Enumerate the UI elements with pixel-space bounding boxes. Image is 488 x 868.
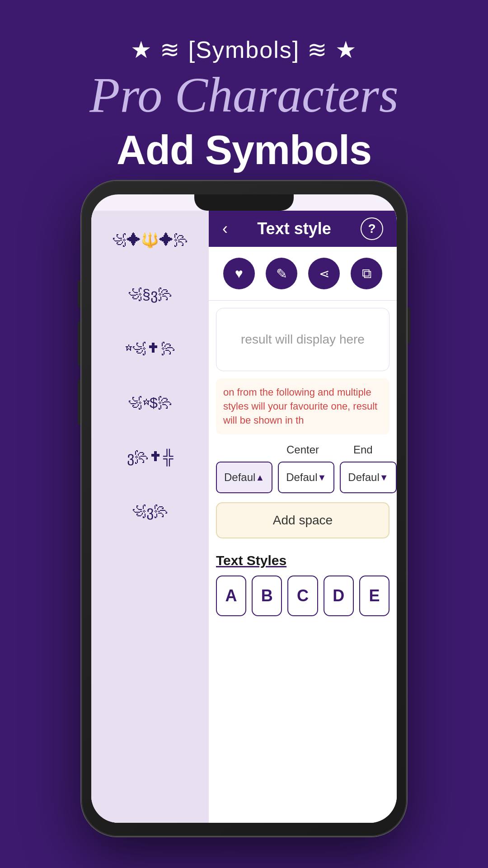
dropdown-start[interactable]: Defaul ▲ [216, 462, 272, 493]
add-space-button[interactable]: Add space [216, 502, 389, 538]
dropdown-labels: Start Center End [216, 443, 389, 456]
sidebar-item-1[interactable]: ꧁✦🔱✦꧂ [105, 220, 195, 260]
dropdown-center[interactable]: Defaul ▼ [278, 462, 334, 493]
display-area: result will display here [216, 308, 389, 371]
sidebar-item-6[interactable]: ꧁ვ꧂ [105, 491, 195, 532]
info-text: on from the following and multiple style… [216, 378, 389, 434]
label-end: End [337, 443, 389, 456]
style-letters-row: A B C D E [216, 576, 389, 616]
volume-up-button [78, 321, 81, 366]
style-letter-c[interactable]: C [287, 576, 318, 616]
copy-button[interactable]: ⧉ [351, 258, 382, 289]
style-letter-d[interactable]: D [324, 576, 354, 616]
share-icon: ⋖ [319, 266, 329, 281]
style-letter-b[interactable]: B [252, 576, 282, 616]
sidebar-item-3[interactable]: ☆꧁✝꧂ [105, 328, 195, 369]
dropdown-end-arrow: ▼ [380, 472, 389, 483]
copy-icon: ⧉ [362, 266, 371, 282]
volume-down-button [78, 380, 81, 425]
dropdown-end-value: Defaul [348, 471, 379, 484]
phone-screen: ꧁✦🔱✦꧂ ꧁§ვ꧂ ☆꧁✝꧂ ꧁☆$꧂ ვ꧂✝╬ ꧁ვ꧂ ‹ Text sty… [91, 194, 397, 823]
text-styles-title: Text Styles [216, 553, 389, 568]
top-bar: ‹ Text style ? [209, 211, 397, 247]
heart-icon: ♥ [235, 266, 243, 281]
header-section: ★ ≋ [Symbols] ≋ ★ Pro Characters Add Sym… [0, 0, 488, 192]
screen-content: ꧁✦🔱✦꧂ ꧁§ვ꧂ ☆꧁✝꧂ ꧁☆$꧂ ვ꧂✝╬ ꧁ვ꧂ ‹ Text sty… [91, 211, 397, 823]
dropdown-end[interactable]: Defaul ▼ [340, 462, 396, 493]
back-button[interactable]: ‹ [222, 219, 228, 238]
power-button [407, 307, 410, 344]
share-button[interactable]: ⋖ [308, 258, 340, 289]
text-styles-section: Text Styles A B C D E [209, 546, 397, 623]
sidebar-item-2[interactable]: ꧁§ვ꧂ [105, 274, 195, 315]
style-letter-e[interactable]: E [359, 576, 389, 616]
phone-mockup: ꧁✦🔱✦꧂ ꧁§ვ꧂ ☆꧁✝꧂ ꧁☆$꧂ ვ꧂✝╬ ꧁ვ꧂ ‹ Text sty… [81, 181, 407, 836]
label-center: Center [276, 443, 329, 456]
sidebar: ꧁✦🔱✦꧂ ꧁§ვ꧂ ☆꧁✝꧂ ꧁☆$꧂ ვ꧂✝╬ ꧁ვ꧂ [91, 211, 209, 823]
dropdown-center-arrow: ▼ [318, 472, 327, 483]
dropdown-section: Start Center End Defaul ▲ Defaul ▼ [209, 434, 397, 502]
edit-button[interactable]: ✎ [266, 258, 297, 289]
phone-notch [194, 194, 294, 211]
help-button[interactable]: ? [361, 217, 383, 240]
dropdown-row: Defaul ▲ Defaul ▼ Defaul ▼ [216, 462, 389, 493]
header-top-text: ★ ≋ [Symbols] ≋ ★ [18, 36, 470, 63]
sidebar-item-5[interactable]: ვ꧂✝╬ [105, 437, 195, 477]
top-bar-title: Text style [257, 219, 331, 238]
main-content: ‹ Text style ? ♥ ✎ ⋖ [209, 211, 397, 823]
favorite-button[interactable]: ♥ [223, 258, 255, 289]
display-placeholder: result will display here [241, 332, 365, 347]
dropdown-start-arrow: ▲ [255, 472, 264, 483]
header-sub-text: Add Symbols [18, 127, 470, 174]
action-row: ♥ ✎ ⋖ ⧉ [209, 247, 397, 301]
mute-button [78, 280, 81, 307]
style-letter-a[interactable]: A [216, 576, 246, 616]
header-main-text: Pro Characters [18, 68, 470, 123]
dropdown-start-value: Defaul [224, 471, 255, 484]
sidebar-item-4[interactable]: ꧁☆$꧂ [105, 382, 195, 423]
dropdown-center-value: Defaul [286, 471, 317, 484]
edit-icon: ✎ [276, 266, 287, 282]
